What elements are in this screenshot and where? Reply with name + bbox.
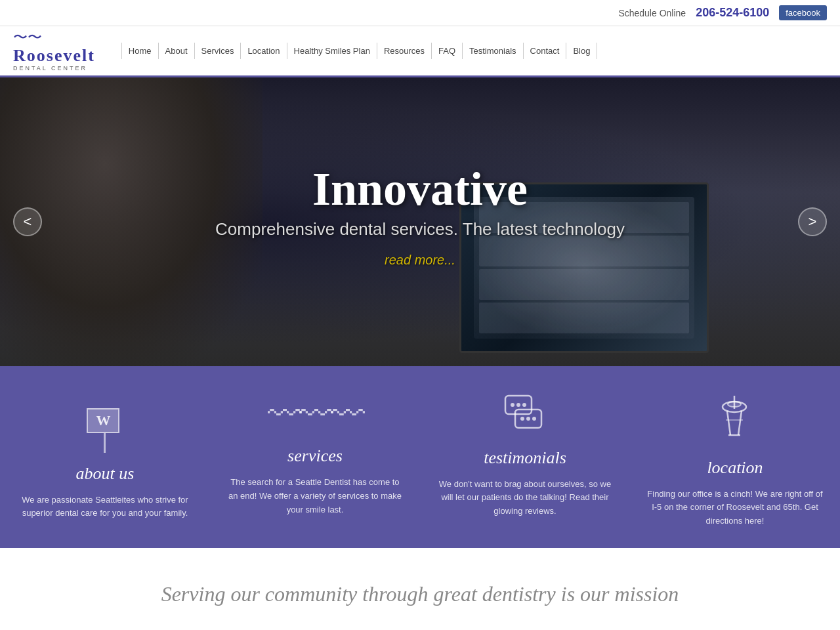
feature-desc-services: The search for a Seattle Dentist has com… — [219, 476, 411, 516]
nav-item-faq[interactable]: FAQ — [432, 43, 463, 59]
uw-flag-pole — [104, 433, 106, 453]
feature-icon-about: W — [9, 392, 201, 454]
feature-testimonials[interactable]: testimonials We don't want to brag about… — [429, 392, 621, 518]
nav-item-location[interactable]: Location — [241, 43, 287, 59]
facebook-button[interactable]: facebook — [779, 5, 827, 20]
main-nav: HomeAboutServicesLocationHealthy Smiles … — [121, 43, 598, 59]
uw-flag-body: W — [87, 408, 119, 433]
logo-swoosh: 〜〜 — [13, 30, 95, 45]
nav-item-home[interactable]: Home — [121, 43, 159, 59]
svg-point-5 — [520, 417, 524, 421]
feature-about[interactable]: W about us We are passionate Seattleites… — [9, 392, 201, 521]
hero-next-button[interactable]: > — [798, 207, 827, 236]
mission-text: Serving our community through great dent… — [26, 581, 814, 608]
schedule-online-link[interactable]: Schedule Online — [618, 8, 686, 18]
cta-section: REQUEST AN APPOINTMENT Excellence 🗼 Dent… — [26, 628, 814, 630]
wave-icon: 〰〰〰 — [219, 392, 411, 437]
logo-name: Roosevelt — [13, 47, 95, 66]
svg-point-1 — [511, 403, 514, 407]
nav-item-services[interactable]: Services — [195, 43, 242, 59]
feature-location[interactable]: location Finding our office is a cinch! … — [639, 392, 831, 528]
header: 〜〜 Roosevelt Dental Center HomeAboutServ… — [0, 26, 840, 77]
nav-item-about[interactable]: About — [159, 43, 195, 59]
svg-point-2 — [516, 403, 520, 407]
feature-title-testimonials: testimonials — [429, 448, 621, 468]
nav-item-resources[interactable]: Resources — [377, 43, 432, 59]
xray-row — [479, 303, 690, 333]
feature-icon-location — [639, 392, 831, 448]
feature-services[interactable]: 〰〰〰 services The search for a Seattle De… — [219, 392, 411, 517]
mission-section: Serving our community through great dent… — [0, 548, 840, 630]
speech-bubble-icon — [502, 392, 548, 432]
svg-point-7 — [532, 417, 536, 421]
logo[interactable]: 〜〜 Roosevelt Dental Center — [13, 30, 95, 72]
svg-point-10 — [728, 402, 741, 407]
hero-readmore-link[interactable]: read more... — [215, 253, 625, 268]
hero-title: Innovative — [215, 165, 625, 213]
features-section: W about us We are passionate Seattleites… — [0, 366, 840, 548]
feature-icon-testimonials — [429, 392, 621, 438]
feature-title-about: about us — [9, 464, 201, 484]
nav-item-contact[interactable]: Contact — [524, 43, 567, 59]
nav-item-healthy-smiles-plan[interactable]: Healthy Smiles Plan — [287, 43, 377, 59]
feature-icon-services: 〰〰〰 — [219, 392, 411, 437]
feature-title-services: services — [219, 446, 411, 466]
logo-sub: Dental Center — [13, 66, 95, 72]
nav-item-blog[interactable]: Blog — [566, 43, 597, 59]
feature-desc-testimonials: We don't want to brag about ourselves, s… — [429, 478, 621, 518]
top-bar: Schedule Online 206-524-6100 facebook — [0, 0, 840, 26]
svg-line-11 — [727, 411, 730, 435]
svg-line-12 — [738, 411, 742, 435]
svg-point-6 — [526, 417, 530, 421]
svg-point-3 — [522, 403, 526, 407]
feature-title-location: location — [639, 458, 831, 478]
hero-prev-button[interactable]: < — [13, 207, 42, 236]
space-needle-icon — [717, 392, 753, 447]
feature-desc-location: Finding our office is a cinch! We are ri… — [639, 488, 831, 528]
xray-row — [479, 269, 690, 300]
hero-text: Innovative Comprehensive dental services… — [215, 165, 625, 268]
nav-item-testimonials[interactable]: Testimonials — [463, 43, 524, 59]
hero-subtitle: Comprehensive dental services. The lates… — [215, 219, 625, 240]
phone-number[interactable]: 206-524-6100 — [696, 6, 769, 20]
feature-desc-about: We are passionate Seattleites who strive… — [9, 494, 201, 521]
uw-flag-icon: W — [87, 408, 123, 451]
hero-section: Innovative Comprehensive dental services… — [0, 77, 840, 366]
